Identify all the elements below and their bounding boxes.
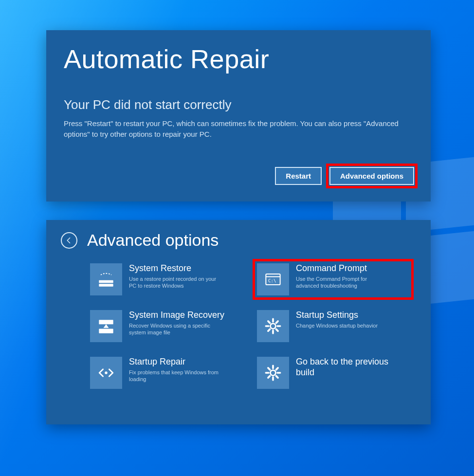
svg-line-24 — [276, 376, 278, 378]
tile-title: Startup Repair — [129, 357, 221, 367]
svg-marker-7 — [104, 324, 109, 328]
button-row: Restart Advanced options — [275, 167, 414, 185]
restore-icon — [90, 263, 122, 295]
cmd-icon: C:\ — [257, 263, 289, 295]
tile-command-prompt[interactable]: C:\ Command Prompt Use the Command Promp… — [255, 261, 411, 297]
tile-desc: Recover Windows using a specific system … — [129, 322, 221, 337]
svg-line-26 — [276, 368, 278, 370]
tile-desc: Fix problems that keep Windows from load… — [129, 369, 221, 384]
tile-startup-settings[interactable]: Startup Settings Change Windows startup … — [255, 308, 411, 344]
error-subtitle: Your PC did not start correctly — [64, 97, 413, 112]
gear-icon — [257, 310, 289, 342]
tile-system-restore[interactable]: System Restore Use a restore point recor… — [88, 261, 244, 297]
advanced-options-header: Advanced options — [61, 231, 416, 250]
advanced-options-button[interactable]: Advanced options — [329, 167, 414, 185]
svg-line-23 — [268, 368, 270, 370]
automatic-repair-panel: Automatic Repair Your PC did not start c… — [46, 30, 431, 201]
code-icon — [90, 357, 122, 389]
svg-point-17 — [105, 371, 108, 374]
tile-desc: Change Windows startup behavior — [296, 322, 378, 330]
svg-rect-1 — [99, 284, 113, 287]
error-body-text: Press "Restart" to restart your PC, whic… — [64, 118, 413, 140]
tile-startup-repair[interactable]: Startup Repair Fix problems that keep Wi… — [88, 355, 244, 391]
svg-line-15 — [268, 329, 270, 331]
back-button[interactable] — [61, 232, 77, 249]
tile-title: System Image Recovery — [129, 310, 224, 321]
tile-desc: Use the Command Prompt for advanced trou… — [296, 275, 388, 290]
svg-line-14 — [276, 329, 278, 331]
svg-point-18 — [271, 370, 276, 376]
restart-button[interactable]: Restart — [275, 167, 322, 185]
svg-rect-0 — [99, 280, 113, 283]
advanced-options-panel: Advanced options System Restore Use a re… — [46, 220, 431, 424]
tile-desc: Use a restore point recorded on your PC … — [129, 275, 221, 290]
arrow-left-icon — [65, 236, 73, 245]
tile-title: Command Prompt — [296, 263, 388, 274]
page-title: Automatic Repair — [64, 44, 413, 74]
tile-title: Startup Settings — [296, 310, 378, 321]
tile-title: Go back to the previous build — [296, 357, 409, 378]
svg-point-8 — [271, 324, 276, 329]
advanced-options-title: Advanced options — [87, 231, 219, 250]
tile-grid: System Restore Use a restore point recor… — [61, 261, 416, 391]
gear-icon — [257, 357, 289, 389]
tile-title: System Restore — [129, 263, 221, 274]
tile-system-image-recovery[interactable]: System Image Recovery Recover Windows us… — [88, 308, 244, 344]
svg-rect-5 — [99, 320, 113, 324]
tile-go-back-previous-build[interactable]: Go back to the previous build — [255, 355, 411, 391]
svg-line-16 — [276, 321, 278, 323]
svg-rect-6 — [99, 329, 113, 333]
image-recovery-icon — [90, 310, 122, 342]
svg-line-25 — [268, 376, 270, 378]
svg-line-13 — [268, 321, 270, 323]
svg-text:C:\: C:\ — [268, 278, 276, 283]
